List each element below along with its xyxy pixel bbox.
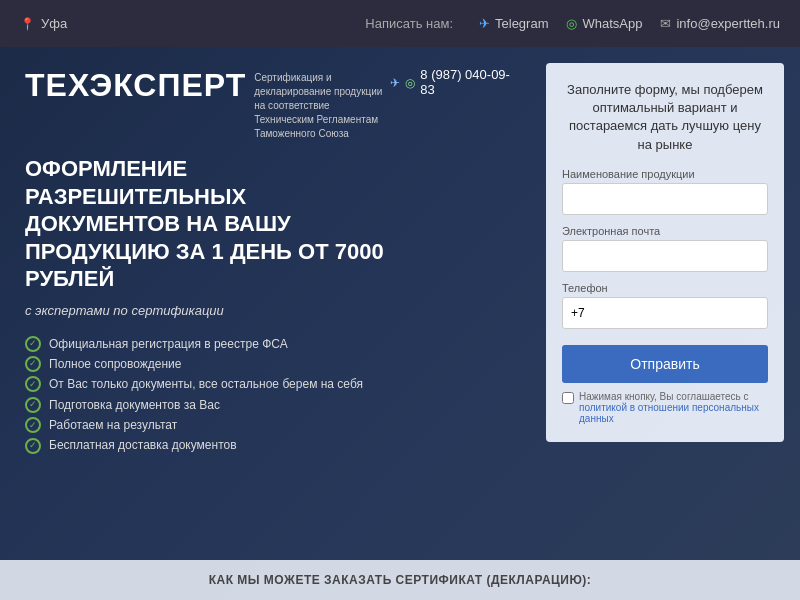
email-label: info@expertteh.ru: [676, 16, 780, 31]
logo-section: ТЕХЭКСПЕРТ Сертификация и декларирование…: [25, 67, 510, 141]
phone-number: 8 (987) 040-09-83: [420, 67, 510, 97]
email-field-label: Электронная почта: [562, 225, 768, 237]
email-input[interactable]: [562, 240, 768, 272]
location-section: Уфа: [20, 16, 67, 31]
hero-content: ТЕХЭКСПЕРТ Сертификация и декларирование…: [0, 47, 800, 600]
write-to-us-label: Написать нам:: [365, 16, 453, 31]
list-item: ✓Полное сопровождение: [25, 354, 510, 374]
logo-title: ТЕХЭКСПЕРТ: [25, 67, 246, 104]
phone-top-right[interactable]: 8 (987) 040-09-83: [390, 67, 510, 97]
whatsapp-contact[interactable]: WhatsApp: [566, 16, 642, 31]
check-icon: ✓: [25, 397, 41, 413]
check-icon: ✓: [25, 376, 41, 392]
tg-phone-icon: [390, 75, 400, 90]
whatsapp-icon: [566, 16, 577, 31]
list-item: ✓Подготовка документов за Вас: [25, 395, 510, 415]
check-icon: ✓: [25, 356, 41, 372]
hero-left: ТЕХЭКСПЕРТ Сертификация и декларирование…: [0, 47, 530, 600]
check-icon: ✓: [25, 417, 41, 433]
contacts-section: Написать нам: Telegram WhatsApp info@exp…: [365, 16, 780, 31]
check-icon: ✓: [25, 336, 41, 352]
privacy-link[interactable]: политикой в отношении персональных данны…: [579, 402, 759, 424]
telegram-icon: [479, 16, 490, 31]
form-title: Заполните форму, мы подберем оптимальный…: [562, 81, 768, 154]
list-item: ✓Официальная регистрация в реестре ФСА: [25, 334, 510, 354]
hero-headline: ОФОРМЛЕНИЕ РАЗРЕШИТЕЛЬНЫХ ДОКУМЕНТОВ НА …: [25, 155, 405, 293]
privacy-checkbox[interactable]: [562, 392, 574, 404]
logo-subtitle: Сертификация и декларирование продукции …: [254, 71, 390, 141]
privacy-text: Нажимая кнопку, Вы соглашаетесь с полити…: [579, 391, 768, 424]
telegram-label: Telegram: [495, 16, 548, 31]
phone-input[interactable]: [562, 297, 768, 329]
hero-section: ТЕХЭКСПЕРТ Сертификация и декларирование…: [0, 47, 800, 600]
privacy-note: Нажимая кнопку, Вы соглашаетесь с полити…: [562, 391, 768, 424]
form-group-phone: Телефон: [562, 282, 768, 329]
bottom-text: КАК МЫ МОЖЕТЕ ЗАКАЗАТЬ СЕРТИФИКАТ (ДЕКЛА…: [209, 573, 592, 587]
hero-right: Заполните форму, мы подберем оптимальный…: [530, 47, 800, 600]
form-group-email: Электронная почта: [562, 225, 768, 272]
top-bar: Уфа Написать нам: Telegram WhatsApp info…: [0, 0, 800, 47]
location-icon: [20, 16, 35, 31]
city-label: Уфа: [41, 16, 67, 31]
phone-label: Телефон: [562, 282, 768, 294]
submit-button[interactable]: Отправить: [562, 345, 768, 383]
whatsapp-label: WhatsApp: [582, 16, 642, 31]
product-input[interactable]: [562, 183, 768, 215]
email-icon: [660, 16, 671, 31]
check-icon: ✓: [25, 438, 41, 454]
form-group-product: Наименование продукции: [562, 168, 768, 215]
hero-subtext: с экспертами по сертификации: [25, 303, 510, 318]
list-item: ✓Бесплатная доставка документов: [25, 435, 510, 455]
bottom-bar: КАК МЫ МОЖЕТЕ ЗАКАЗАТЬ СЕРТИФИКАТ (ДЕКЛА…: [0, 560, 800, 600]
product-label: Наименование продукции: [562, 168, 768, 180]
email-contact[interactable]: info@expertteh.ru: [660, 16, 780, 31]
features-list: ✓Официальная регистрация в реестре ФСА✓П…: [25, 334, 510, 456]
list-item: ✓От Вас только документы, все остальное …: [25, 374, 510, 394]
wa-phone-icon: [405, 75, 415, 90]
telegram-contact[interactable]: Telegram: [479, 16, 548, 31]
contact-form-card: Заполните форму, мы подберем оптимальный…: [546, 63, 784, 442]
list-item: ✓Работаем на результат: [25, 415, 510, 435]
